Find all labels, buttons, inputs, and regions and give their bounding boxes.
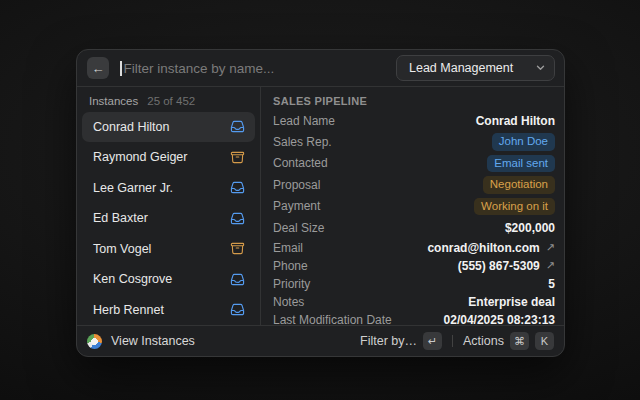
detail-pane: SALES PIPELINE Lead Name Conrad Hilton S… (261, 87, 564, 325)
list-item-label: Herb Rennet (93, 303, 164, 317)
list-item-label: Lee Garner Jr. (93, 181, 173, 195)
back-arrow-icon: ← (92, 61, 105, 76)
list-item[interactable]: Ken Cosgrove (82, 264, 255, 295)
list-item[interactable]: Conrad Hilton (82, 112, 255, 143)
detail-label: Email (273, 241, 303, 255)
list-item-label: Ken Cosgrove (93, 272, 172, 286)
filter-by-button[interactable]: Filter by… ↵ (360, 332, 442, 350)
detail-row: Contacted Email sent (273, 153, 555, 175)
inbox-icon (230, 180, 245, 195)
detail-row: Sales Rep. John Doe (273, 131, 555, 153)
command-palette-window: ← Filter instance by name... Lead Manage… (76, 49, 565, 357)
detail-label: Payment (273, 199, 320, 213)
inbox-icon (230, 272, 245, 287)
list-item-label: Ed Baxter (93, 211, 148, 225)
list-title: Instances (89, 95, 138, 107)
filter-by-label: Filter by… (360, 334, 417, 348)
footer-bar: View Instances Filter by… ↵ Actions ⌘ K (77, 325, 564, 356)
extension-logo-icon (87, 334, 102, 349)
detail-row: Email conrad@hilton.com ↗ (273, 239, 555, 257)
external-link-icon: ↗ (546, 241, 555, 254)
instance-list: Conrad Hilton Raymond Geiger Lee Garner … (77, 112, 260, 326)
detail-row: Proposal Negotiation (273, 174, 555, 196)
detail-label: Sales Rep. (273, 135, 332, 149)
detail-label: Deal Size (273, 221, 324, 235)
detail-value: $200,000 (505, 221, 555, 235)
phone-link[interactable]: (555) 867-5309 ↗ (458, 259, 555, 273)
detail-label: Last Modification Date (273, 313, 392, 326)
desktop-background: ← Filter instance by name... Lead Manage… (0, 0, 640, 400)
detail-label: Notes (273, 295, 304, 309)
email-link[interactable]: conrad@hilton.com ↗ (427, 241, 555, 255)
detail-label: Priority (273, 277, 310, 291)
view-dropdown[interactable]: Lead Management (396, 55, 555, 81)
list-item[interactable]: Tom Vogel (82, 234, 255, 265)
detail-label: Contacted (273, 156, 328, 170)
detail-label: Phone (273, 259, 308, 273)
view-dropdown-label: Lead Management (409, 61, 513, 75)
status-badge: Email sent (487, 155, 555, 173)
detail-value: Conrad Hilton (476, 114, 555, 128)
detail-row: Lead Name Conrad Hilton (273, 111, 555, 131)
list-item-label: Raymond Geiger (93, 150, 188, 164)
list-item[interactable]: Herb Rennet (82, 295, 255, 326)
detail-row: Deal Size $200,000 (273, 217, 555, 239)
detail-row: Last Modification Date 02/04/2025 08:23:… (273, 311, 555, 326)
actions-label: Actions (463, 334, 504, 348)
detail-label: Lead Name (273, 114, 335, 128)
detail-value: (555) 867-5309 (458, 259, 540, 273)
list-item[interactable]: Raymond Geiger (82, 142, 255, 173)
archive-box-icon (230, 150, 245, 165)
detail-row: Notes Enterprise deal (273, 293, 555, 311)
detail-value: conrad@hilton.com (427, 241, 539, 255)
search-input[interactable]: Filter instance by name... (109, 50, 396, 86)
footer-actions: Filter by… ↵ Actions ⌘ K (360, 332, 554, 350)
back-button[interactable]: ← (87, 57, 109, 79)
list-item[interactable]: Ed Baxter (82, 203, 255, 234)
list-item[interactable]: Lee Garner Jr. (82, 173, 255, 204)
list-item-label: Conrad Hilton (93, 120, 169, 134)
detail-value: 02/04/2025 08:23:13 (444, 313, 555, 326)
detail-row: Priority 5 (273, 275, 555, 293)
list-count: 25 of 452 (147, 95, 195, 107)
top-bar: ← Filter instance by name... Lead Manage… (77, 50, 564, 87)
list-header: Instances 25 of 452 (77, 91, 260, 112)
status-badge: John Doe (492, 133, 555, 151)
instance-list-pane: Instances 25 of 452 Conrad Hilton Raymon… (77, 87, 261, 325)
actions-button[interactable]: Actions ⌘ K (463, 332, 554, 350)
inbox-icon (230, 302, 245, 317)
k-key-icon: K (535, 332, 554, 350)
divider (452, 335, 453, 347)
list-item-label: Tom Vogel (93, 242, 151, 256)
enter-key-icon: ↵ (423, 332, 442, 350)
content-area: Instances 25 of 452 Conrad Hilton Raymon… (77, 87, 564, 325)
chevron-down-icon (536, 65, 545, 71)
status-badge: Negotiation (483, 176, 555, 194)
status-badge: Working on it (474, 198, 555, 216)
command-key-icon: ⌘ (510, 332, 529, 350)
detail-value: 5 (548, 277, 555, 291)
detail-row: Phone (555) 867-5309 ↗ (273, 257, 555, 275)
detail-value: Enterprise deal (468, 295, 555, 309)
section-title: SALES PIPELINE (273, 91, 555, 111)
search-placeholder: Filter instance by name... (124, 61, 275, 76)
inbox-icon (230, 211, 245, 226)
text-caret (120, 61, 122, 76)
archive-box-icon (230, 241, 245, 256)
inbox-icon (230, 119, 245, 134)
detail-row: Payment Working on it (273, 196, 555, 218)
detail-label: Proposal (273, 178, 320, 192)
primary-action-label[interactable]: View Instances (111, 334, 195, 348)
external-link-icon: ↗ (546, 259, 555, 272)
